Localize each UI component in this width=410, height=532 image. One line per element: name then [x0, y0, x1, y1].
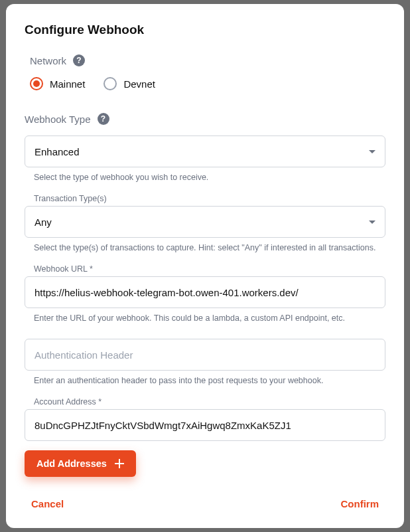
confirm-button[interactable]: Confirm: [334, 494, 386, 513]
transaction-type-value: Any: [34, 217, 52, 228]
transaction-type-hint: Select the type(s) of transactions to ca…: [25, 243, 385, 252]
webhook-type-value: Enhanced: [34, 146, 80, 157]
add-addresses-row: Add Addresses: [25, 441, 385, 477]
add-addresses-label: Add Addresses: [36, 458, 107, 469]
add-addresses-button[interactable]: Add Addresses: [25, 450, 136, 477]
webhook-type-select[interactable]: Enhanced: [25, 135, 385, 167]
modal-footer: Cancel Confirm: [25, 477, 385, 513]
network-radio-group: Mainnet Devnet: [30, 77, 385, 90]
auth-header-hint: Enter an authentication header to pass i…: [25, 376, 385, 385]
modal-title: Configure Webhook: [25, 23, 385, 37]
auth-header-input[interactable]: [25, 339, 385, 371]
account-address-input[interactable]: [25, 409, 385, 441]
radio-icon: [103, 77, 117, 90]
cancel-button[interactable]: Cancel: [25, 494, 70, 513]
webhook-type-header: Webhook Type ?: [25, 113, 385, 125]
chevron-down-icon: [369, 150, 376, 153]
webhook-url-label: Webhook URL *: [25, 264, 385, 274]
transaction-type-select[interactable]: Any: [25, 206, 385, 238]
radio-label: Devnet: [123, 78, 155, 90]
help-icon[interactable]: ?: [73, 54, 85, 66]
webhook-url-input[interactable]: [25, 276, 385, 308]
transaction-type-label: Transaction Type(s): [25, 194, 385, 203]
plus-icon: [115, 459, 124, 468]
help-icon[interactable]: ?: [98, 113, 109, 125]
network-radio-devnet[interactable]: Devnet: [103, 77, 155, 90]
webhook-type-hint: Select the type of webhook you wish to r…: [25, 173, 385, 182]
account-address-label: Account Address *: [25, 397, 385, 406]
webhook-type-label: Webhook Type: [25, 114, 91, 125]
radio-label: Mainnet: [50, 78, 85, 90]
chevron-down-icon: [369, 221, 376, 224]
configure-webhook-modal: Configure Webhook Network ? Mainnet Devn…: [6, 4, 404, 528]
webhook-url-hint: Enter the URL of your webhook. This coul…: [25, 313, 385, 323]
network-section-header: Network ?: [30, 54, 385, 66]
radio-icon: [30, 77, 43, 90]
network-radio-mainnet[interactable]: Mainnet: [30, 77, 85, 90]
network-label: Network: [30, 55, 66, 66]
